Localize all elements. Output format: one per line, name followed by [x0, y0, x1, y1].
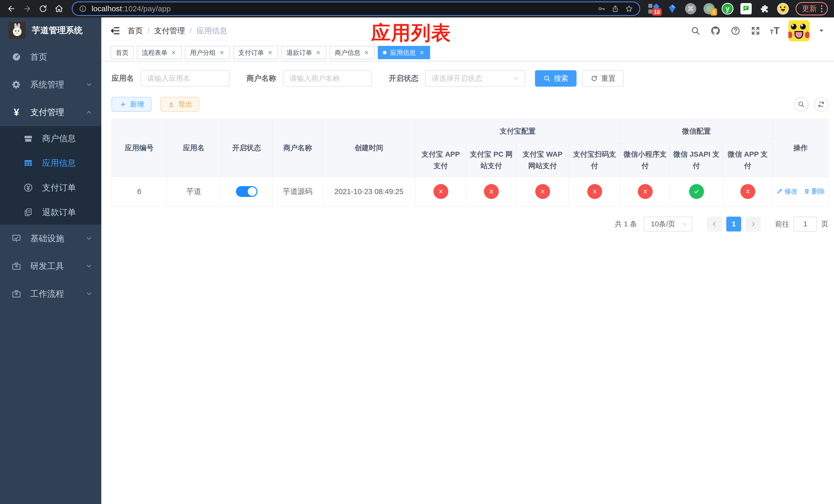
cell-actions: 修改 删除: [773, 177, 829, 206]
help-icon[interactable]: [730, 25, 741, 37]
search-icon: [543, 75, 551, 82]
tab-user-group[interactable]: 用户分组: [185, 46, 230, 59]
close-icon[interactable]: [364, 49, 370, 55]
col-created: 创建时间: [323, 119, 415, 177]
trash-icon: [804, 188, 810, 194]
next-page-button[interactable]: [746, 216, 761, 231]
store-icon: [23, 133, 34, 144]
kebab-menu-icon: [821, 5, 822, 12]
status-select[interactable]: 请选择开启状态: [425, 70, 525, 87]
breadcrumb-payment[interactable]: 支付管理: [154, 26, 185, 36]
extension-yudao-icon[interactable]: y: [722, 3, 733, 15]
chevron-down-icon: [682, 221, 688, 227]
extension-chat-icon[interactable]: [740, 3, 752, 15]
github-icon[interactable]: [710, 25, 721, 37]
extension-command-icon[interactable]: ⌘: [685, 3, 697, 15]
avatar-caret-icon[interactable]: [818, 27, 825, 34]
password-key-icon[interactable]: [596, 4, 607, 14]
merchant-name-label: 商户名称: [246, 73, 276, 84]
sidebar-item-dev-tools[interactable]: 研发工具: [0, 252, 101, 280]
yen-icon: ¥: [11, 107, 22, 118]
font-size-icon[interactable]: TT: [770, 25, 780, 37]
chevron-down-icon: [84, 262, 94, 270]
monitor-chart-icon: [11, 233, 22, 244]
col-channel: 支付宝 WAP 网站支付: [516, 143, 569, 177]
prev-page-button[interactable]: [707, 216, 722, 231]
export-button[interactable]: 导出: [160, 97, 199, 112]
sidebar-item-label: 退款订单: [42, 207, 94, 218]
page-number-button[interactable]: 1: [726, 216, 741, 231]
tab-pay-orders[interactable]: 支付订单: [233, 46, 278, 59]
bookmark-star-icon[interactable]: [624, 4, 634, 14]
sidebar-item-merchant-info[interactable]: 商户信息: [0, 126, 101, 151]
browser-profile-avatar[interactable]: [777, 3, 789, 15]
site-info-icon[interactable]: [78, 4, 88, 14]
sidebar-item-home[interactable]: 首页: [0, 43, 101, 71]
tab-home[interactable]: 首页: [111, 46, 134, 59]
tab-refund-orders[interactable]: 退款订单: [281, 46, 327, 59]
cell-status: [221, 177, 272, 206]
browser-forward-button[interactable]: [21, 2, 34, 15]
chevron-down-icon: [513, 75, 520, 82]
breadcrumb-home[interactable]: 首页: [128, 26, 143, 36]
close-icon[interactable]: [171, 49, 177, 55]
add-button[interactable]: 新增: [112, 97, 152, 112]
page-header: 首页 / 支付管理 / 应用信息 应用列表 TT: [101, 18, 834, 44]
sidebar-item-system[interactable]: 系统管理: [0, 71, 101, 98]
sidebar-item-pay-orders[interactable]: 支付订单: [0, 175, 101, 200]
user-avatar[interactable]: [788, 20, 809, 41]
close-icon[interactable]: [267, 49, 273, 55]
edit-button[interactable]: 修改: [776, 187, 798, 196]
share-icon[interactable]: [610, 4, 620, 14]
annotation-title: 应用列表: [371, 20, 451, 46]
delete-button[interactable]: 删除: [804, 187, 825, 196]
tab-app-info[interactable]: 应用信息: [378, 46, 430, 59]
extension-blue-diamond-icon[interactable]: 10: [648, 3, 660, 15]
reset-button[interactable]: 重置: [582, 70, 624, 87]
refresh-icon: [590, 75, 598, 82]
search-button[interactable]: 搜索: [535, 70, 576, 87]
extension-kite-icon[interactable]: [666, 3, 678, 15]
extension-camera-icon[interactable]: 1: [703, 3, 715, 15]
channel-status-icon: [484, 184, 499, 199]
app-table: 应用编号 应用名 开启状态 商户名称 创建时间 支付宝配置 微信配置 操作 支付…: [112, 119, 829, 206]
app-name-input[interactable]: [140, 70, 229, 87]
channel-status-icon: [587, 184, 602, 199]
pencil-icon: [776, 188, 783, 194]
browser-reload-button[interactable]: [37, 2, 50, 15]
cell-created: 2021-10-23 08:49:25: [323, 177, 415, 206]
chevron-down-icon: [84, 290, 94, 297]
sidebar-item-workflow[interactable]: 工作流程: [0, 280, 101, 307]
sidebar-item-refund-orders[interactable]: 退款订单: [0, 200, 101, 225]
goto-page-input[interactable]: [793, 216, 817, 231]
document-copy-icon: [23, 207, 34, 218]
sidebar-item-app-info[interactable]: 应用信息: [0, 151, 101, 175]
tab-process-form[interactable]: 流程表单: [137, 46, 182, 59]
tab-merchant-info[interactable]: 商户信息: [330, 46, 375, 59]
search-icon[interactable]: [690, 25, 701, 37]
col-app-name: 应用名: [167, 119, 221, 177]
chevron-up-icon: [84, 109, 94, 116]
sidebar-item-label: 研发工具: [30, 260, 84, 272]
fullscreen-icon[interactable]: [750, 25, 761, 37]
merchant-name-input[interactable]: [283, 70, 372, 87]
close-icon[interactable]: [315, 49, 321, 55]
extensions-area: 10 ⌘ 1 y 更新: [646, 2, 829, 15]
browser-menu-update-button[interactable]: 更新: [795, 2, 828, 15]
refresh-table-button[interactable]: [814, 97, 828, 112]
browser-home-button[interactable]: [52, 2, 66, 15]
sidebar-item-payment[interactable]: ¥ 支付管理: [0, 98, 101, 126]
close-icon[interactable]: [219, 49, 225, 55]
pagination: 共 1 条 10条/页 1 前往 页: [112, 216, 828, 231]
url-bar[interactable]: localhost:1024/pay/app: [72, 2, 640, 16]
sidebar-item-infrastructure[interactable]: 基础设施: [0, 225, 101, 252]
browser-back-button[interactable]: [5, 2, 18, 15]
enabled-toggle[interactable]: [236, 186, 258, 197]
sidebar-collapse-icon[interactable]: [109, 25, 121, 37]
sidebar-item-label: 系统管理: [30, 79, 84, 91]
page-size-select[interactable]: 10条/页: [644, 216, 693, 231]
pagination-total: 共 1 条: [615, 219, 637, 229]
close-icon[interactable]: [419, 49, 425, 55]
toggle-search-button[interactable]: [794, 97, 808, 112]
extensions-puzzle-icon[interactable]: [759, 3, 770, 15]
